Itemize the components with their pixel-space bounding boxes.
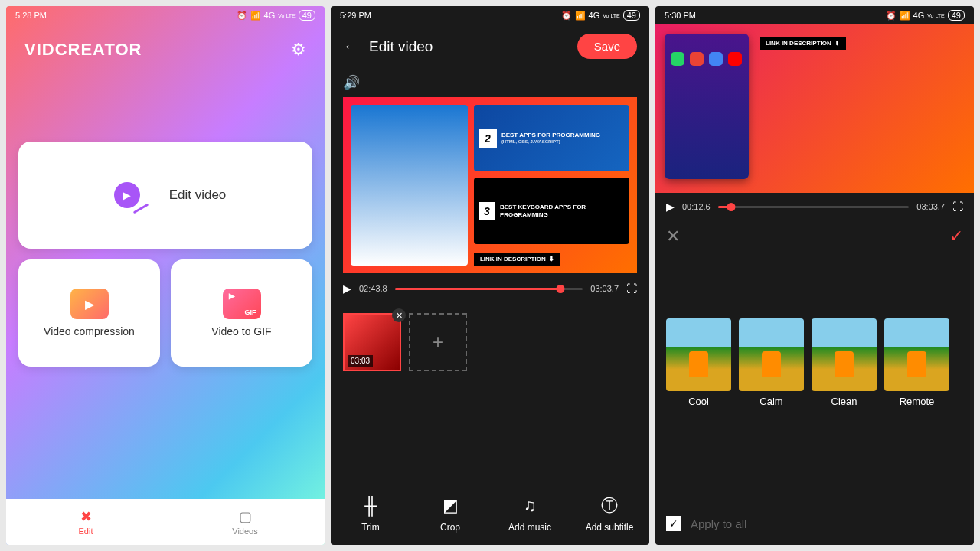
link-badge: LINK IN DESCRIPTION ⬇ <box>474 253 560 266</box>
page-title: Edit video <box>369 38 567 55</box>
current-time: 02:43.8 <box>359 284 387 293</box>
preview-card-1: 2 BEST APPS FOR PROGRAMMING(HTML, CSS, J… <box>474 105 629 171</box>
network-label: 4G <box>913 11 925 20</box>
network-label: 4G <box>589 11 600 20</box>
status-right: ⏰ 📶 4G Vo LTE 49 <box>886 10 965 21</box>
statusbar: 5:30 PM ⏰ 📶 4G Vo LTE 49 <box>655 6 974 24</box>
network-label: 4G <box>264 11 276 20</box>
carrier-label: Vo LTE <box>603 13 619 18</box>
progress-bar[interactable] <box>718 206 910 208</box>
card-text: BEST APPS FOR PROGRAMMING(HTML, CSS, JAV… <box>501 132 600 145</box>
status-time: 5:30 PM <box>665 11 696 20</box>
gif-icon: GIF <box>223 289 261 319</box>
card-label: Edit video <box>169 187 227 203</box>
preview-phone-thumb <box>351 105 468 266</box>
phone-apps <box>671 52 743 66</box>
filter-thumb <box>739 318 804 391</box>
volume-icon[interactable]: 🔊 <box>343 75 360 90</box>
alarm-icon: ⏰ <box>561 11 572 21</box>
carrier-label: Vo LTE <box>278 13 295 18</box>
fullscreen-icon[interactable]: ⛶ <box>952 201 963 213</box>
playbar: ▶ 02:43.8 03:03.7 ⛶ <box>331 273 649 304</box>
video-preview[interactable]: 2 BEST APPS FOR PROGRAMMING(HTML, CSS, J… <box>343 97 637 273</box>
apply-all-checkbox[interactable]: ✓ <box>666 516 681 531</box>
videos-tab-icon: ▢ <box>239 508 252 525</box>
playbar: ▶ 00:12.6 03:03.7 ⛶ <box>655 193 974 220</box>
progress-fill <box>395 288 560 290</box>
tool-subtitle[interactable]: ⓉAdd subtitle <box>570 496 649 533</box>
play-icon[interactable]: ▶ <box>343 282 351 295</box>
edit-video-card[interactable]: Edit video <box>18 142 312 249</box>
preview-cards: 2 BEST APPS FOR PROGRAMMING(HTML, CSS, J… <box>474 105 629 266</box>
total-time: 03:03.7 <box>916 202 945 211</box>
play-icon[interactable]: ▶ <box>666 201 675 213</box>
gif-card[interactable]: GIF Video to GIF <box>171 259 312 367</box>
save-button[interactable]: Save <box>577 34 637 59</box>
card-label: Video to GIF <box>211 325 271 337</box>
battery-label: 49 <box>623 10 640 21</box>
signal-icon: 📶 <box>575 11 586 21</box>
filter-thumb <box>884 318 949 391</box>
clip-duration: 03:03 <box>348 355 373 367</box>
filter-calm[interactable]: Calm <box>739 318 804 407</box>
tool-crop[interactable]: ◩Crop <box>410 496 490 533</box>
status-right: ⏰ 📶 4G Vo LTE 49 <box>237 10 315 21</box>
card-number: 3 <box>479 202 495 220</box>
tool-trim[interactable]: ╫Trim <box>331 496 410 533</box>
filter-clean[interactable]: Clean <box>812 318 877 407</box>
card-row: ▶ Video compression GIF Video to GIF <box>18 259 312 367</box>
add-clip-button[interactable]: + <box>409 313 467 371</box>
preview-card-2: 3 BEST KEYBOARD APPS FOR PROGRAMMING <box>474 178 629 244</box>
phone-home: 5:28 PM ⏰ 📶 4G Vo LTE 49 VIDCREATOR ⚙ Ed… <box>6 6 325 545</box>
app-icon <box>709 52 723 66</box>
carrier-label: Vo LTE <box>927 13 944 18</box>
signal-icon: 📶 <box>250 11 261 21</box>
editor-header: ← Edit video Save <box>331 24 649 68</box>
filter-thumb <box>812 318 877 391</box>
filter-cool[interactable]: Cool <box>666 318 731 407</box>
filters-row[interactable]: Cool Calm Clean Remote <box>655 312 974 413</box>
battery-label: 49 <box>948 10 965 21</box>
current-time: 00:12.6 <box>682 202 710 211</box>
progress-handle[interactable] <box>727 203 736 211</box>
clip-remove-icon[interactable]: ✕ <box>392 308 406 322</box>
trim-icon: ╫ <box>364 496 377 516</box>
card-number: 2 <box>479 129 497 148</box>
apply-all-row: ✓ Apply to all <box>655 502 757 545</box>
status-time: 5:28 PM <box>15 11 47 20</box>
crop-icon: ◩ <box>443 496 459 516</box>
fullscreen-icon[interactable]: ⛶ <box>626 282 637 295</box>
video-preview[interactable]: LINK IN DESCRIPTION ⬇ <box>655 24 974 193</box>
statusbar: 5:29 PM ⏰ 📶 4G Vo LTE 49 <box>331 6 649 24</box>
confirm-icon[interactable]: ✓ <box>949 227 963 246</box>
phone-filters: 5:30 PM ⏰ 📶 4G Vo LTE 49 LINK IN DESCRIP… <box>655 6 974 545</box>
signal-icon: 📶 <box>900 11 910 21</box>
app-title: VIDCREATOR <box>24 40 142 60</box>
sound-row: 🔊 <box>331 68 649 97</box>
home-content: Edit video ▶ Video compression GIF Video… <box>6 75 325 499</box>
app-header: VIDCREATOR ⚙ <box>6 24 325 75</box>
tool-music[interactable]: ♫Add music <box>490 496 570 533</box>
nav-edit[interactable]: ✖ Edit <box>6 499 165 545</box>
alarm-icon: ⏰ <box>237 11 247 21</box>
nav-videos[interactable]: ▢ Videos <box>165 499 325 545</box>
compress-icon: ▶ <box>70 289 109 319</box>
edit-video-icon <box>105 176 151 214</box>
progress-bar[interactable] <box>395 288 583 290</box>
app-icon <box>728 52 742 66</box>
settings-icon[interactable]: ⚙ <box>291 40 306 60</box>
cancel-icon[interactable]: ✕ <box>666 227 680 246</box>
alarm-icon: ⏰ <box>886 11 897 21</box>
filter-thumb <box>666 318 731 391</box>
preview-phone-thumb <box>665 34 749 179</box>
clip-thumb[interactable]: ✕ 03:03 <box>343 313 401 371</box>
filter-remote[interactable]: Remote <box>884 318 949 407</box>
filter-controls: ✕ ✓ <box>655 220 974 256</box>
back-icon[interactable]: ← <box>343 37 358 55</box>
compress-card[interactable]: ▶ Video compression <box>18 259 160 367</box>
nav-label: Edit <box>79 527 93 536</box>
progress-handle[interactable] <box>556 285 564 293</box>
music-icon: ♫ <box>524 496 537 516</box>
edit-tab-icon: ✖ <box>80 508 92 525</box>
link-badge-wrap: LINK IN DESCRIPTION ⬇ <box>474 250 629 266</box>
